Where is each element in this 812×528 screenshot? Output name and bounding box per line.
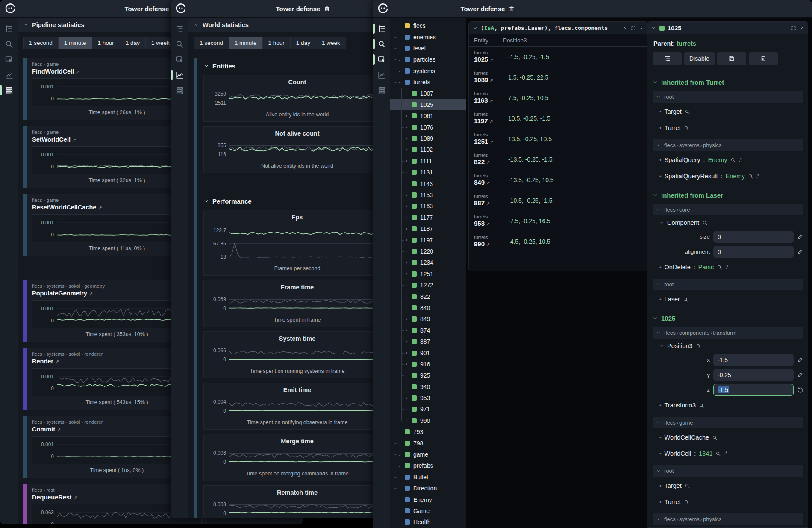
module-path[interactable]: root	[653, 465, 803, 477]
query-result-row[interactable]: turrets 1163↗ 7.5, -0.25, 10.5	[469, 88, 647, 108]
pencil-icon[interactable]	[797, 372, 803, 378]
chevron-right-icon[interactable]	[405, 170, 409, 174]
open-link-icon[interactable]: ↗	[486, 160, 490, 165]
tree-item-874[interactable]: 874	[390, 325, 466, 336]
component-Component[interactable]: Component	[659, 216, 803, 229]
tree-item-1111[interactable]: 1111	[390, 156, 466, 167]
section-inherited-from-Turret[interactable]: inherited from Turret	[653, 77, 803, 88]
open-link-icon[interactable]: ↗	[489, 98, 493, 103]
tree-item-798[interactable]: 798	[390, 437, 466, 448]
undo-icon[interactable]	[797, 386, 803, 393]
module-path[interactable]: flecs›systems›physics	[653, 139, 803, 151]
chevron-right-icon[interactable]	[405, 159, 409, 163]
chevron-right-icon[interactable]	[405, 147, 409, 152]
query-result-row[interactable]: turrets 887↗ -10.5, -0.25, -1.5	[469, 190, 647, 211]
time-range-1-minute[interactable]: 1 minute	[59, 37, 92, 49]
tree-item-Game[interactable]: Game	[390, 505, 466, 516]
entity-name[interactable]: 953↗	[474, 220, 508, 228]
chevron-right-icon[interactable]	[405, 396, 409, 400]
sidebar-tree-button[interactable]	[171, 21, 188, 36]
section-inherited-from-Laser[interactable]: inherited from Laser	[653, 189, 803, 201]
open-link-icon[interactable]: ↗	[55, 359, 59, 364]
sidebar-stats-button[interactable]	[171, 83, 188, 98]
sidebar-stats-button[interactable]	[0, 83, 18, 98]
open-link-icon[interactable]: ↗	[57, 427, 61, 432]
chevron-right-icon[interactable]	[398, 35, 402, 39]
component-item-SpatialQueryResult[interactable]: •SpatialQueryResult:Enemy.*	[659, 168, 803, 184]
chevron-right-icon[interactable]	[405, 419, 409, 423]
sidebar-chart-button[interactable]	[373, 67, 390, 83]
sidebar-select-button[interactable]	[171, 52, 188, 67]
tree-item-971[interactable]: 971	[390, 404, 466, 415]
chevron-down-icon[interactable]	[472, 25, 478, 31]
chevron-right-icon[interactable]	[405, 272, 409, 276]
sidebar-search-button[interactable]	[0, 36, 18, 52]
tree-item-turrets[interactable]: turrets	[390, 77, 466, 88]
entity-name[interactable]: 887↗	[474, 199, 508, 207]
open-link-icon[interactable]: ↗	[74, 495, 77, 500]
open-link-icon[interactable]: ↗	[489, 119, 493, 124]
chevron-down-icon[interactable]	[651, 25, 656, 31]
sidebar-select-button[interactable]	[373, 52, 390, 67]
search-icon[interactable]	[684, 499, 689, 505]
tree-item-1187[interactable]: 1187	[390, 223, 466, 234]
tree-item-systems[interactable]: systems	[390, 65, 466, 77]
pencil-icon[interactable]	[797, 357, 803, 363]
tree-item-level[interactable]: level	[390, 43, 466, 54]
tree-item-1163[interactable]: 1163	[390, 201, 466, 212]
open-link-icon[interactable]: ↗	[489, 139, 493, 145]
open-link-icon[interactable]: ↗	[76, 69, 79, 74]
tree-item-Bullet[interactable]: Bullet	[390, 472, 466, 483]
trash-icon[interactable]	[508, 6, 515, 12]
tree-item-1007[interactable]: 1007	[390, 88, 466, 99]
section-header-performance[interactable]: Performance	[203, 195, 394, 207]
tree-item-flecs[interactable]: flecs	[390, 20, 466, 31]
sidebar-chart-button[interactable]	[0, 67, 18, 83]
chevron-right-icon[interactable]	[405, 362, 409, 366]
time-range-1-hour[interactable]: 1 hour	[263, 37, 290, 49]
search-icon[interactable]	[684, 125, 689, 131]
disable-button[interactable]: Disable	[684, 52, 715, 65]
module-path[interactable]: flecs›systems›physics	[653, 513, 803, 525]
search-icon[interactable]	[717, 265, 722, 270]
chevron-right-icon[interactable]	[405, 385, 409, 389]
tree-item-1131[interactable]: 1131	[390, 167, 466, 178]
chevron-right-icon[interactable]	[405, 238, 409, 242]
chevron-right-icon[interactable]	[405, 306, 409, 310]
chevron-right-icon[interactable]	[405, 114, 409, 118]
chevron-right-icon[interactable]	[405, 182, 409, 186]
chevron-right-icon[interactable]	[405, 125, 409, 130]
chevron-right-icon[interactable]	[405, 193, 409, 197]
close-icon[interactable]	[799, 26, 804, 31]
tree-item-Enemy[interactable]: Enemy	[390, 494, 466, 505]
close-icon[interactable]	[639, 26, 644, 31]
search-icon[interactable]	[715, 451, 721, 457]
open-link-icon[interactable]: ↗	[98, 205, 102, 210]
search-icon[interactable]	[730, 157, 736, 163]
tree-item-793[interactable]: 793	[390, 426, 466, 437]
component-item-Turret[interactable]: •Turret	[659, 120, 803, 136]
save-button[interactable]	[717, 52, 746, 65]
chevron-right-icon[interactable]	[405, 227, 409, 231]
section-1025[interactable]: 1025	[653, 313, 803, 324]
chevron-right-icon[interactable]	[405, 215, 409, 220]
chevron-right-icon[interactable]	[398, 24, 402, 28]
tree-item-849[interactable]: 849	[390, 313, 466, 324]
sidebar-chart-button[interactable]	[171, 67, 188, 83]
time-range-1-second[interactable]: 1 second	[24, 37, 58, 49]
component-item-Transform3[interactable]: •Transform3	[659, 397, 803, 413]
chevron-right-icon[interactable]	[398, 441, 402, 445]
search-icon[interactable]	[685, 109, 690, 115]
chevron-right-icon[interactable]	[405, 249, 409, 254]
chevron-right-icon[interactable]	[405, 136, 409, 141]
entity-name[interactable]: 1251↗	[474, 138, 508, 146]
tree-item-1102[interactable]: 1102	[390, 144, 466, 155]
tree-item-1177[interactable]: 1177	[390, 212, 466, 223]
chevron-right-icon[interactable]	[405, 295, 409, 299]
section-header-entities[interactable]: Entities	[203, 59, 394, 72]
item-value[interactable]: Enemy	[708, 156, 727, 163]
tree-item-1089[interactable]: 1089	[390, 133, 466, 144]
tree-item-Health[interactable]: Health	[390, 516, 466, 528]
component-item-WorldCell[interactable]: •WorldCell:1341.*	[659, 445, 803, 462]
query-expression[interactable]: (IsA, prefabs.Laser), flecs.components	[481, 25, 620, 31]
